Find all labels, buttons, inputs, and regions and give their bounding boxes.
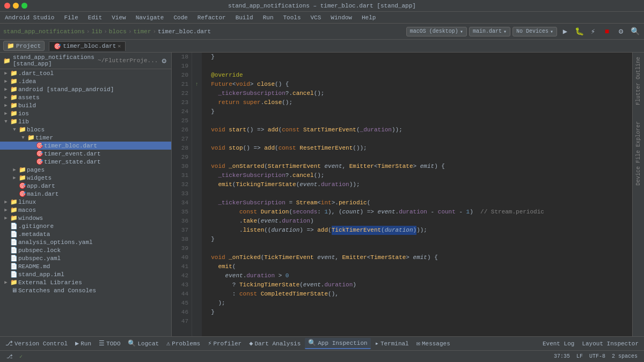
close-button[interactable] xyxy=(4,3,10,9)
dart-analysis-btn[interactable]: ◆ Dart Analysis xyxy=(246,338,304,349)
tree-item-dart-tool[interactable]: ▶ 📁 .dart_tool xyxy=(0,69,171,77)
todo-icon: ☰ xyxy=(99,339,105,348)
minimize-button[interactable] xyxy=(13,3,19,9)
menu-android-studio[interactable]: Android Studio xyxy=(3,14,56,21)
menu-window[interactable]: Window xyxy=(329,14,354,21)
problems-btn[interactable]: ⚠ Problems xyxy=(163,338,203,349)
tree-item-pubspec-lock[interactable]: 📄 pubspec.lock xyxy=(0,246,171,254)
tree-item-timer-event[interactable]: 🎯 timer_event.dart xyxy=(0,150,171,158)
code-container[interactable]: 18 19 20 21 22 23 24 25 26 27 28 29 30 3… xyxy=(172,53,632,336)
device-file-explorer-panel[interactable]: Device File Explorer xyxy=(634,119,642,188)
menu-vcs[interactable]: VCS xyxy=(309,14,323,21)
profiler-btn[interactable]: ⚡ Profiler xyxy=(204,338,245,349)
code-line-24: } xyxy=(202,107,632,116)
tree-item-build[interactable]: ▶ 📁 build xyxy=(0,101,171,109)
tree-item-timer-folder[interactable]: ▼ 📁 timer xyxy=(0,134,171,142)
version-control-label: Version Control xyxy=(14,341,68,347)
breadcrumb-file[interactable]: timer_bloc.dart xyxy=(158,28,211,35)
tree-item-pages[interactable]: ▶ 📁 pages xyxy=(0,166,171,174)
settings-button[interactable]: ⚙ xyxy=(615,26,627,38)
tree-item-linux[interactable]: ▶ 📁 linux xyxy=(0,198,171,206)
tree-item-gitignore[interactable]: 📄 .gitignore xyxy=(0,222,171,230)
messages-btn[interactable]: ✉ Messages xyxy=(413,338,453,349)
tree-item-lib[interactable]: ▼ 📁 lib xyxy=(0,117,171,125)
tree-item-blocs[interactable]: ▼ 📁 blocs xyxy=(0,125,171,134)
menu-build[interactable]: Build xyxy=(234,14,255,21)
status-bar: ⎇ ✓ 37:35 LF UTF-8 2 spaces xyxy=(0,350,644,362)
code-editor[interactable]: } @override Future<void> close() { _tick… xyxy=(202,53,632,336)
gutter-43 xyxy=(192,280,202,290)
run-btn[interactable]: ▶ Run xyxy=(72,338,94,349)
tree-item-scratches[interactable]: 🖥 Scratches and Consoles xyxy=(0,286,171,294)
ln-25: 25 xyxy=(174,116,188,125)
breadcrumb-timer[interactable]: timer xyxy=(133,28,151,35)
tree-item-idea[interactable]: ▶ 📁 .idea xyxy=(0,77,171,85)
version-control-icon: ⎇ xyxy=(5,339,13,348)
tree-item-widgets[interactable]: ▶ 📁 widgets xyxy=(0,174,171,182)
ln-28: 28 xyxy=(174,144,188,153)
menu-file[interactable]: File xyxy=(62,14,79,21)
breadcrumb-lib[interactable]: lib xyxy=(91,28,102,35)
tree-item-iml[interactable]: 📄 stand_app.iml xyxy=(0,270,171,278)
flutter-outline-panel[interactable]: Flutter Outline xyxy=(634,55,642,107)
cursor-position[interactable]: 37:35 xyxy=(551,353,573,359)
menu-navigate[interactable]: Navigate xyxy=(134,14,166,21)
menu-edit[interactable]: Edit xyxy=(86,14,104,21)
project-root-label: stand_app_notifications [stand_app] xyxy=(13,54,96,67)
event-log-btn[interactable]: Event Log xyxy=(539,339,577,348)
debug-button[interactable]: 🐛 xyxy=(573,26,585,38)
maximize-button[interactable] xyxy=(21,3,27,9)
breadcrumb-project[interactable]: stand_app_notifications xyxy=(3,28,85,35)
menu-view[interactable]: View xyxy=(110,14,127,21)
line-ending[interactable]: LF xyxy=(573,353,586,359)
tree-item-assets[interactable]: ▶ 📁 assets xyxy=(0,93,171,101)
menu-refactor[interactable]: Refactor xyxy=(196,14,228,21)
code-line-28: void stop() => add(const ResetTimerEvent… xyxy=(202,144,632,153)
tree-item-app-dart[interactable]: 🎯 app.dart xyxy=(0,182,171,190)
tree-item-metadata[interactable]: 📄 .metadata xyxy=(0,230,171,238)
tree-item-ios[interactable]: ▶ 📁 ios xyxy=(0,109,171,117)
ln-31: 31 xyxy=(174,171,188,180)
tree-arrow-pages: ▶ xyxy=(11,167,18,173)
terminal-btn[interactable]: ▸ Terminal xyxy=(372,338,412,349)
menu-tools[interactable]: Tools xyxy=(282,14,303,21)
encoding[interactable]: UTF-8 xyxy=(586,353,609,359)
logcat-btn[interactable]: 🔍 Logcat xyxy=(125,338,162,349)
main-dart-selector[interactable]: main.dart ▾ xyxy=(469,27,510,36)
attach-button[interactable]: ⚡ xyxy=(587,26,599,38)
run-button[interactable]: ▶ xyxy=(559,26,571,38)
tree-item-readme[interactable]: 📄 README.md xyxy=(0,262,171,270)
layout-inspector-btn[interactable]: Layout Inspector xyxy=(579,339,642,348)
tree-arrow-build: ▶ xyxy=(2,102,10,108)
device-selector[interactable]: No Devices ▾ xyxy=(513,27,557,36)
run-label: Run xyxy=(80,341,91,347)
version-control-btn[interactable]: ⎇ Version Control xyxy=(2,338,71,349)
tree-item-main-dart[interactable]: 🎯 main.dart xyxy=(0,190,171,198)
tree-item-timer-state[interactable]: 🎯 timer_state.dart xyxy=(0,158,171,166)
menu-run[interactable]: Run xyxy=(261,14,275,21)
search-button[interactable]: 🔍 xyxy=(629,26,641,38)
tree-item-macos[interactable]: ▶ 📁 macos xyxy=(0,206,171,214)
project-panel-btn[interactable]: 📁 Project xyxy=(3,41,45,51)
app-inspection-btn[interactable]: 🔍 App Inspection xyxy=(305,338,370,349)
check-icon-status: ✓ xyxy=(16,351,26,362)
tree-item-windows[interactable]: ▶ 📁 windows xyxy=(0,214,171,222)
menu-help[interactable]: Help xyxy=(360,14,377,21)
editor-tab-timer-bloc[interactable]: 🎯 timer_bloc.dart ✕ xyxy=(49,41,126,51)
todo-btn[interactable]: ☰ TODO xyxy=(96,338,123,349)
run-config-selector[interactable]: macOS (desktop) ▾ xyxy=(406,27,467,36)
tree-item-timer-bloc[interactable]: 🎯 timer_bloc.dart xyxy=(0,142,171,150)
tree-item-pubspec-yaml[interactable]: 📄 pubspec.yaml xyxy=(0,254,171,262)
tab-close-icon[interactable]: ✕ xyxy=(118,43,121,49)
tree-item-android[interactable]: ▶ 📁 android [stand_app_android] xyxy=(0,85,171,93)
stop-button[interactable]: ■ xyxy=(601,26,613,38)
sidebar-settings-icon[interactable]: ⚙ xyxy=(160,55,168,67)
gutter-24 xyxy=(192,107,202,116)
indent[interactable]: 2 spaces xyxy=(609,353,641,359)
git-branch[interactable]: ⎇ xyxy=(3,351,16,362)
menu-code[interactable]: Code xyxy=(172,14,189,21)
tree-item-analysis[interactable]: 📄 analysis_options.yaml xyxy=(0,238,171,246)
event-log-label: Event Log xyxy=(543,341,574,347)
tree-item-ext-libs[interactable]: ▶ 📁 External Libraries xyxy=(0,278,171,286)
breadcrumb-blocs[interactable]: blocs xyxy=(109,28,127,35)
